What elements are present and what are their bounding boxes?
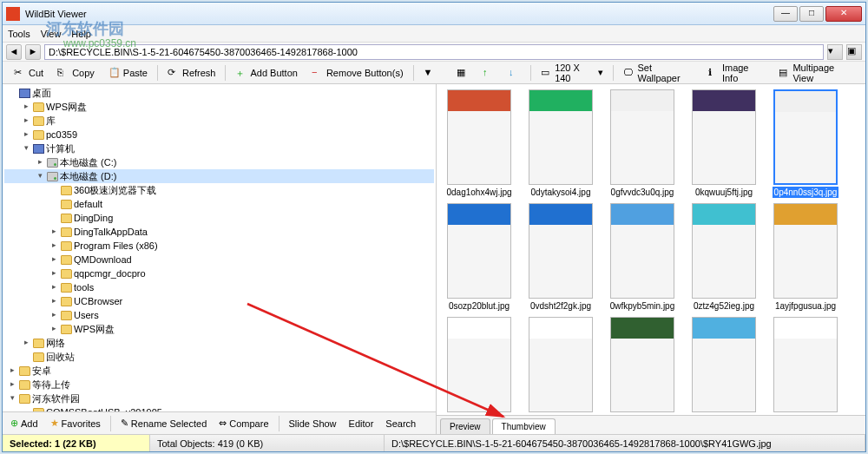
expand-icon[interactable]: ▸ bbox=[49, 283, 59, 293]
expand-icon[interactable]: ▸ bbox=[22, 102, 31, 112]
expand-icon[interactable]: ▸ bbox=[22, 339, 31, 348]
expand-icon[interactable] bbox=[49, 186, 59, 195]
tree-node[interactable]: ▸Program Files (x86) bbox=[4, 239, 434, 253]
expand-icon[interactable]: ▸ bbox=[22, 116, 31, 126]
thumbnail-item[interactable]: 1ayjfpgusua.jpg bbox=[766, 203, 845, 312]
thumbnail-item[interactable]: 1bi5501msgh.jpg bbox=[522, 317, 600, 415]
expand-icon[interactable] bbox=[22, 352, 31, 362]
address-input[interactable] bbox=[44, 44, 824, 60]
filter-button[interactable]: ▼ bbox=[418, 64, 442, 82]
tree-node[interactable]: ▸DingTalkAppData bbox=[4, 225, 434, 239]
tree-node[interactable]: ▸Users bbox=[4, 308, 434, 322]
menu-tools[interactable]: Tools bbox=[8, 29, 30, 39]
nav-down-button[interactable]: ↓ bbox=[503, 64, 527, 82]
remove-buttons-button[interactable]: −Remove Button(s) bbox=[306, 64, 410, 82]
expand-icon[interactable] bbox=[8, 89, 17, 98]
expand-icon[interactable] bbox=[49, 214, 59, 223]
thumbnail-item[interactable]: 1etncvut3r4.jpg bbox=[685, 317, 763, 415]
nav-fwd-button[interactable]: ► bbox=[25, 44, 41, 60]
expand-icon[interactable]: ▸ bbox=[8, 366, 17, 376]
refresh-button[interactable]: ⟳Refresh bbox=[161, 64, 222, 82]
folder-tree[interactable]: 桌面▸WPS网盘▸库▸pc0359▾计算机▸本地磁盘 (C:)▾本地磁盘 (D:… bbox=[3, 84, 436, 411]
thumbnail-item[interactable]: 0gfvvdc3u0q.jpg bbox=[603, 89, 681, 198]
folder-icon bbox=[61, 186, 72, 195]
tree-node[interactable]: ▾计算机 bbox=[4, 141, 434, 155]
tree-node[interactable]: ▾河东软件园 bbox=[4, 391, 434, 405]
favorites-button[interactable]: ★Favorites bbox=[46, 416, 105, 431]
thumbnail-item[interactable]: 1fkipm4zydl.jpg bbox=[766, 317, 845, 415]
expand-icon[interactable]: ▸ bbox=[49, 297, 59, 306]
image-info-button[interactable]: ℹImage Info bbox=[702, 60, 772, 86]
tree-node[interactable]: ▸pc0359 bbox=[4, 128, 434, 141]
tree-node[interactable]: 360极速浏览器下载 bbox=[4, 183, 434, 197]
thumb-size-button[interactable]: ▭120 X 140▾ bbox=[535, 60, 609, 86]
tree-node[interactable]: ▸安卓 bbox=[4, 364, 434, 378]
compare-button[interactable]: ⇔Compare bbox=[214, 416, 273, 431]
wallpaper-button[interactable]: 🖵Set Wallpaper bbox=[617, 60, 700, 86]
expand-icon[interactable]: ▸ bbox=[22, 130, 31, 140]
expand-icon[interactable]: ▸ bbox=[49, 311, 59, 320]
thumbnail-item[interactable]: 0sozp20blut.jpg bbox=[440, 203, 518, 312]
nav-back-button[interactable]: ◄ bbox=[6, 44, 22, 60]
tree-node[interactable]: ▸库 bbox=[4, 114, 434, 128]
add-button-button[interactable]: ＋Add Button bbox=[229, 64, 303, 82]
thumbnail-item[interactable]: 0ztz4g52ieg.jpg bbox=[685, 203, 763, 312]
menu-help[interactable]: Help bbox=[71, 29, 91, 39]
tree-node[interactable]: DingDing bbox=[4, 211, 434, 225]
thumbnail-item[interactable]: 0dag1ohx4wj.jpg bbox=[440, 89, 518, 198]
expand-icon[interactable]: ▸ bbox=[49, 325, 59, 334]
tree-node[interactable]: ▸WPS网盘 bbox=[4, 322, 434, 336]
thumbnail-item[interactable]: 0kqwuuj5ftj.jpg bbox=[685, 89, 763, 198]
tree-node[interactable]: ▾本地磁盘 (D:) bbox=[4, 169, 434, 183]
tree-node[interactable]: ▸tools bbox=[4, 280, 434, 294]
thumb-image bbox=[529, 317, 593, 412]
rename-button[interactable]: ✎Rename Selected bbox=[116, 416, 211, 431]
tree-node[interactable]: ▸等待上传 bbox=[4, 378, 434, 391]
copy-button[interactable]: ⎘Copy bbox=[51, 64, 101, 82]
expand-icon[interactable]: ▾ bbox=[36, 172, 45, 181]
thumbnail-item[interactable]: 0wfkpyb5min.jpg bbox=[603, 203, 681, 312]
paste-button[interactable]: 📋Paste bbox=[102, 64, 154, 82]
addr-dropdown-button[interactable]: ▾ bbox=[827, 44, 843, 60]
thumbnail-grid[interactable]: 0dag1ohx4wj.jpg0dytakysoi4.jpg0gfvvdc3u0… bbox=[437, 84, 865, 415]
thumbnail-item[interactable]: 0dytakysoi4.jpg bbox=[522, 89, 600, 198]
search-button[interactable]: Search bbox=[381, 417, 420, 431]
tree-node[interactable]: 回收站 bbox=[4, 350, 434, 364]
thumbnail-item[interactable]: 0vdsht2f2gk.jpg bbox=[522, 203, 600, 312]
expand-icon[interactable]: ▸ bbox=[49, 227, 59, 237]
expand-icon[interactable]: ▾ bbox=[22, 144, 31, 154]
expand-icon[interactable] bbox=[49, 200, 59, 209]
tree-node[interactable]: ▸QMDownload bbox=[4, 253, 434, 266]
editor-button[interactable]: Editor bbox=[345, 417, 378, 431]
menu-view[interactable]: View bbox=[41, 29, 62, 39]
expand-icon[interactable]: ▾ bbox=[8, 394, 17, 404]
thumbnail-item[interactable]: 1c0xtkoda2m.jpg bbox=[603, 317, 681, 415]
close-button[interactable]: ✕ bbox=[825, 6, 862, 22]
maximize-button[interactable]: □ bbox=[799, 6, 824, 22]
multipage-button[interactable]: ▤Multipage View bbox=[773, 60, 860, 86]
nav-up-button[interactable]: ↑ bbox=[477, 64, 501, 82]
minimize-button[interactable]: — bbox=[773, 6, 798, 22]
tree-node[interactable]: COMSSBootUSB_v201905 bbox=[4, 405, 434, 411]
tree-node[interactable]: ▸网络 bbox=[4, 336, 434, 350]
thumbnail-item[interactable]: 0p4nn0ssj3q.jpg bbox=[766, 89, 845, 198]
view-mode-button[interactable]: ▦ bbox=[450, 64, 475, 82]
expand-icon[interactable]: ▸ bbox=[49, 255, 59, 265]
expand-icon[interactable]: ▸ bbox=[49, 269, 59, 279]
tree-node[interactable]: 桌面 bbox=[4, 86, 434, 100]
tab-thumbview[interactable]: Thumbview bbox=[492, 418, 556, 434]
add-fav-button[interactable]: ⊕Add bbox=[6, 416, 43, 431]
thumbnail-item[interactable]: 1bi5501msgh (1).jpg bbox=[440, 317, 518, 415]
expand-icon[interactable]: ▸ bbox=[36, 158, 45, 168]
tab-preview[interactable]: Preview bbox=[440, 418, 490, 434]
tree-node[interactable]: ▸本地磁盘 (C:) bbox=[4, 155, 434, 169]
tree-node[interactable]: ▸qqpcmgr_docpro bbox=[4, 266, 434, 280]
slideshow-button[interactable]: Slide Show bbox=[285, 417, 341, 431]
tree-node[interactable]: ▸UCBrowser bbox=[4, 294, 434, 308]
cut-button[interactable]: ✂Cut bbox=[8, 64, 49, 82]
tree-node[interactable]: ▸WPS网盘 bbox=[4, 100, 434, 114]
expand-icon[interactable]: ▸ bbox=[8, 380, 17, 390]
addr-go-button[interactable]: ▣ bbox=[846, 44, 862, 60]
tree-node[interactable]: default bbox=[4, 197, 434, 211]
expand-icon[interactable]: ▸ bbox=[49, 241, 59, 251]
